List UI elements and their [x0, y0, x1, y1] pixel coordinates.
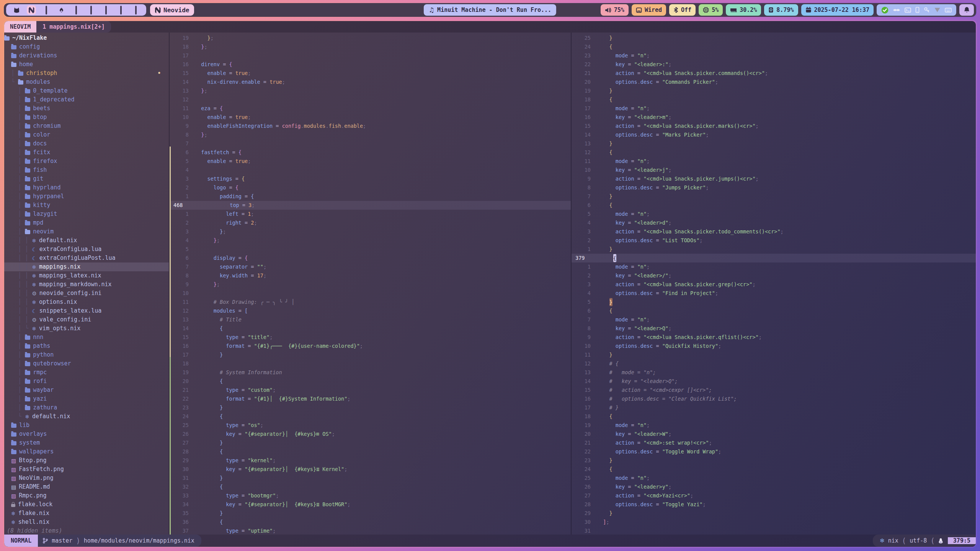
terminal-icon[interactable]	[905, 7, 911, 13]
tree-item-label: Rmpc.png	[19, 491, 46, 500]
tree-item[interactable]: │ │ ⚙vale_config.ini	[4, 315, 169, 324]
tree-item[interactable]: │ kitty	[4, 201, 169, 210]
filetype[interactable]: nix	[888, 537, 898, 544]
tree-item[interactable]: system	[4, 439, 169, 447]
tree-item[interactable]: │ qutebrowser	[4, 359, 169, 368]
tree-item[interactable]: │ │ ☾snippets_latex.lua	[4, 306, 169, 315]
tree-item[interactable]: ~/NixFlake	[4, 34, 169, 42]
tree-item[interactable]: ▨FastFetch.png	[4, 465, 169, 474]
bluetooth-module[interactable]: Off	[669, 4, 696, 16]
window-title-chip[interactable]: Neovide	[150, 4, 194, 16]
notifications-button[interactable]	[959, 4, 974, 16]
tree-item[interactable]: (8 hidden items)	[4, 527, 169, 535]
tree-item[interactable]: │ │ ⚙neovide_config.ini	[4, 289, 169, 298]
tree-item[interactable]: │ docs	[4, 139, 169, 148]
tree-item[interactable]: derivations	[4, 51, 169, 60]
tree-item[interactable]: │ btop	[4, 113, 169, 122]
tree-item-label: FastFetch.png	[19, 465, 64, 474]
cpu-module[interactable]: 5%	[699, 4, 723, 16]
tree-item[interactable]: │ yazi	[4, 395, 169, 403]
tree-item[interactable]: │ hyprland	[4, 183, 169, 192]
tree-item[interactable]: lib	[4, 421, 169, 430]
tree-item[interactable]: │ git	[4, 174, 169, 183]
tree-item[interactable]: wallpapers	[4, 447, 169, 456]
workspace-1[interactable]	[12, 5, 21, 15]
tree-item[interactable]: ▤README.md	[4, 483, 169, 491]
tree-item-label: overlays	[19, 430, 47, 439]
tree-item[interactable]: │ python	[4, 350, 169, 359]
tree-item[interactable]: │ │ ❄default.nix	[4, 236, 169, 245]
tree-item[interactable]: │ fish	[4, 166, 169, 174]
encoding[interactable]: utf-8	[910, 537, 927, 544]
tree-item[interactable]: │ │ ❄mappings.nix	[4, 262, 169, 271]
network-module[interactable]: Wired	[632, 4, 666, 16]
music-player[interactable]: ♫ Minuit Machine - Don't Run Fro...	[424, 4, 556, 16]
tree-item[interactable]: ❄flake.nix	[4, 509, 169, 518]
tree-item[interactable]: ▨NeoVim.png	[4, 474, 169, 483]
workspace-3[interactable]	[42, 5, 51, 15]
tree-item-label: mpd	[33, 218, 43, 227]
line-number: 12	[170, 95, 195, 104]
tree-item-label: firefox	[33, 157, 57, 166]
tab-mappings-nix[interactable]: 1 mappings.nix[2+]	[36, 21, 111, 33]
tree-item[interactable]: flake.lock	[4, 500, 169, 509]
code-line: 23 mode = "n";	[572, 51, 976, 60]
tree-item[interactable]: └ modules	[4, 78, 169, 86]
workspace-5[interactable]	[72, 5, 81, 15]
code-line: 27 action = "<cmd>Yazi<cr>";	[572, 491, 976, 500]
tree-item[interactable]: │ │ ☾extraConfigLua.lua	[4, 245, 169, 254]
editor-right-pane[interactable]: 25 }24 {23 mode = "n";22 key = "<leader>…	[572, 33, 976, 535]
workspace-6[interactable]	[87, 5, 96, 15]
folder-icon	[25, 221, 30, 225]
tree-item[interactable]: │ nnn	[4, 333, 169, 342]
tree-item[interactable]: │ rofi	[4, 377, 169, 386]
workspace-8[interactable]	[116, 5, 126, 15]
tree-item[interactable]: │ hyprpanel	[4, 192, 169, 201]
tree-item[interactable]: │ chromium	[4, 122, 169, 130]
volume-module[interactable]: 75%	[601, 4, 629, 16]
tree-item[interactable]: │ │ ☾extraConfigLuaPost.lua	[4, 254, 169, 262]
tree-item[interactable]: │ 1_deprecated	[4, 95, 169, 104]
tree-item[interactable]: │ │ ❄options.nix	[4, 298, 169, 306]
git-branch[interactable]: master	[52, 537, 72, 544]
tree-item[interactable]: │ │ ❄mappings_latex.nix	[4, 271, 169, 280]
tree-item[interactable]: ❄shell.nix	[4, 518, 169, 527]
tree-item[interactable]: │ rmpc	[4, 368, 169, 377]
tree-item[interactable]: │ │ ❄mappings_markdown.nix	[4, 280, 169, 289]
check-circle-icon[interactable]	[881, 7, 889, 14]
tree-item[interactable]: │ paths	[4, 342, 169, 350]
editor-center-pane[interactable]: 19 };18 };1716 direnv = {15 enable = tru…	[170, 33, 571, 535]
clock-module[interactable]: 2025-07-22 16:37	[801, 4, 874, 16]
tree-item[interactable]: │ firefox	[4, 157, 169, 166]
workspace-7[interactable]	[101, 5, 111, 15]
phone-icon[interactable]	[915, 7, 920, 13]
tree-item[interactable]: │ color	[4, 130, 169, 139]
tree-item[interactable]: │ waybar	[4, 386, 169, 395]
file-tree[interactable]: ~/NixFlake config derivations home │ chr…	[4, 33, 169, 535]
tree-item[interactable]: └ ❄default.nix	[4, 412, 169, 421]
tree-item[interactable]: │ fcitx	[4, 148, 169, 157]
tree-item[interactable]: │ neovim	[4, 227, 169, 236]
keyboard-icon[interactable]	[945, 8, 952, 13]
triangle-icon[interactable]	[934, 7, 941, 13]
key-icon[interactable]	[924, 7, 930, 13]
workspace-4[interactable]	[57, 5, 66, 15]
tree-item[interactable]: ▨Rmpc.png	[4, 491, 169, 500]
tree-item[interactable]: │ └ ❄vim_opts.nix	[4, 324, 169, 333]
tree-item[interactable]: home	[4, 60, 169, 69]
tree-item[interactable]: │ beets	[4, 104, 169, 113]
mustache-icon[interactable]	[893, 8, 900, 12]
tree-item-label: snippets_latex.lua	[39, 306, 102, 315]
workspace-2[interactable]	[27, 5, 36, 15]
tree-item[interactable]: overlays	[4, 430, 169, 439]
tree-item[interactable]: │ lazygit	[4, 210, 169, 218]
workspace-9[interactable]	[131, 5, 140, 15]
tree-item[interactable]: │ zathura	[4, 403, 169, 412]
disk-module[interactable]: 8.79%	[764, 4, 798, 16]
memory-module[interactable]: 30.2%	[726, 4, 761, 16]
tree-item[interactable]: config	[4, 42, 169, 51]
tree-item[interactable]: │ christoph•	[4, 69, 169, 78]
tree-item[interactable]: ▨Btop.png	[4, 456, 169, 465]
tree-item[interactable]: │ mpd	[4, 218, 169, 227]
tree-item[interactable]: │ 0_template	[4, 86, 169, 95]
